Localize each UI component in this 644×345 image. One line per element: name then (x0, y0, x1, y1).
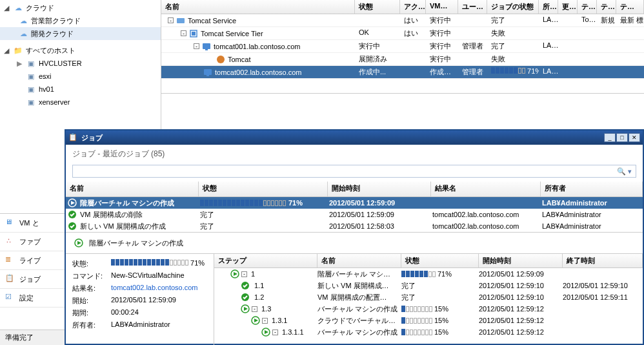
step-row[interactable]: 1.1新しい VM 展開構成…完了2012/05/01 12:59:102012… (214, 280, 643, 291)
step-col-header[interactable]: 状態 (401, 254, 479, 267)
col-header-state[interactable]: 状態 (199, 182, 328, 196)
nav-hosts-root[interactable]: ◢ 📁 すべてのホスト (0, 44, 161, 57)
grid-row[interactable]: -Tomcat Serviceはい実行中完了LA…To…新規最新 標 (161, 14, 644, 27)
row-user: 管理者 (458, 66, 487, 78)
step-col-header[interactable]: ステップ (214, 254, 317, 267)
cloud-icon: ☁ (13, 3, 23, 13)
maximize-button[interactable]: □ (616, 133, 628, 142)
nav-fabric[interactable]: ⛬ ファブ (0, 233, 65, 251)
close-button[interactable]: ✕ (629, 133, 640, 142)
nav-cloud-dev[interactable]: ☁ 開発クラウド (0, 27, 161, 40)
step-row[interactable]: -1.3.1クラウドでバーチャル… 15%2012/05/01 12:59:12 (214, 315, 643, 326)
col-header-job[interactable]: ジョブの状態 (487, 0, 539, 14)
step-row[interactable]: -1階層バーチャル マシ… 71%2012/05/01 12:59:09 (214, 268, 643, 280)
detail-result-label: 結果名: (72, 284, 111, 293)
vm-icon (202, 42, 211, 51)
col-header-vm[interactable]: VM… (426, 0, 458, 14)
job-row[interactable]: 階層バーチャル マシンの作成 71%2012/05/01 12:59:09LAB… (66, 197, 643, 209)
col-header[interactable]: テ… (578, 0, 597, 14)
col-header-name[interactable]: 名前 (66, 182, 199, 196)
detail-state-value: 71% (111, 259, 207, 269)
nav-host[interactable]: ▣ xenserver (0, 96, 161, 109)
job-state: 71% (200, 199, 329, 207)
minimize-button[interactable]: _ (604, 133, 616, 142)
step-row[interactable]: -1.3.1.1バーチャル マシンの作成 15%2012/05/01 12:59… (214, 326, 643, 338)
titlebar-buttons: _ □ ✕ (604, 133, 640, 142)
ok-icon (67, 221, 77, 231)
nav-label: HVCLUSTER (39, 59, 158, 67)
grid-row[interactable]: Tomcat展開済み実行中失敗 (161, 53, 644, 66)
col-header-result[interactable]: 結果名 (431, 182, 541, 196)
nav-library[interactable]: ≣ ライブ (0, 251, 65, 270)
tier-icon (189, 29, 198, 38)
tree-toggle-icon[interactable]: ◢ (3, 4, 10, 12)
step-state: 71% (401, 270, 479, 278)
row-state: 作成中... (355, 66, 400, 78)
tree-toggle-icon[interactable]: - (262, 318, 268, 324)
col-header[interactable]: 所… (539, 0, 558, 14)
step-row[interactable]: 1.2VM 展開構成の配置…完了2012/05/01 12:59:102012/… (214, 291, 643, 303)
grid-row[interactable]: -Tomcat Service TierOKはい実行中失敗 (161, 27, 644, 40)
titlebar[interactable]: 📋 ジョブ _ □ ✕ (66, 131, 643, 145)
step-col-header[interactable]: 名前 (317, 254, 401, 267)
col-header[interactable]: テ… (597, 0, 616, 14)
row-user (458, 53, 487, 65)
grid-row[interactable]: -tomcat001.lab.contoso.com実行中実行中管理者完了LA… (161, 40, 644, 53)
cloud-icon: ☁ (18, 28, 28, 39)
nav-vm[interactable]: 🖥 VM と (0, 214, 65, 233)
nav-label: 営業部クラウド (31, 16, 158, 26)
svg-rect-6 (204, 69, 212, 75)
col-header[interactable]: 更… (558, 0, 578, 14)
col-header-name[interactable]: 名前 (161, 0, 355, 14)
nav-jobs[interactable]: 📋 ジョブ (0, 270, 65, 289)
step-num: 1.2 (252, 293, 264, 301)
step-name: 階層バーチャル マシ… (317, 269, 401, 279)
row-name: Tomcat Service (188, 17, 236, 25)
step-state: 完了 (401, 281, 479, 291)
job-row[interactable]: VM 展開構成の削除完了2012/05/01 12:59:09tomcat002… (66, 209, 643, 220)
tree-toggle-icon[interactable]: ◢ (3, 47, 10, 55)
col-header-user[interactable]: ユー… (458, 0, 487, 14)
col-header-act[interactable]: アク… (400, 0, 426, 14)
step-row[interactable]: -1.3バーチャル マシンの作成 15%2012/05/01 12:59:12 (214, 303, 643, 315)
step-col-header[interactable]: 終了時刻 (563, 254, 643, 267)
tree-toggle-icon[interactable]: ▶ (15, 59, 23, 68)
nav-settings[interactable]: ☑ 設定 (0, 289, 65, 308)
nav-host[interactable]: ▣ hv01 (0, 83, 161, 96)
jobs-search-input[interactable]: 🔍 ▾ (72, 165, 636, 178)
tree-toggle-icon[interactable]: - (241, 271, 247, 277)
play-icon (230, 269, 240, 279)
nav-host[interactable]: ▶ ▣ HVCLUSTER (0, 57, 161, 70)
detail-result-link[interactable]: tomcat002.lab.contoso.com (111, 284, 207, 293)
tree-toggle-icon[interactable]: - (194, 43, 199, 49)
nav-host[interactable]: ▣ esxi (0, 70, 161, 83)
tomcat-icon (216, 55, 225, 64)
tree-toggle-icon[interactable]: - (181, 30, 186, 36)
job-owner: LAB¥Administrator (542, 199, 632, 207)
step-start: 2012/05/01 12:59:12 (479, 328, 563, 336)
col-header-start[interactable]: 開始時刻 (328, 182, 431, 196)
step-start: 2012/05/01 12:59:09 (479, 270, 563, 278)
row-job: 完了 (487, 40, 539, 52)
server-icon: ▣ (26, 97, 36, 107)
job-owner: LAB¥Administrator (542, 222, 632, 230)
fabric-icon: ⛬ (5, 236, 15, 247)
col-header[interactable]: テ… (616, 0, 644, 14)
tree-toggle-icon[interactable]: - (168, 17, 174, 23)
nav-cloud-sales[interactable]: ☁ 営業部クラウド (0, 14, 161, 27)
nav-cloud-root[interactable]: ◢ ☁ クラウド (0, 1, 161, 14)
step-start: 2012/05/01 12:59:10 (479, 293, 563, 301)
step-name: 新しい VM 展開構成… (317, 281, 401, 291)
jobs-window: 📋 ジョブ _ □ ✕ ジョブ - 最近のジョブ (85) 🔍 ▾ 名前 状態 … (65, 129, 644, 345)
tree-toggle-icon[interactable]: - (252, 306, 257, 312)
detail-owner-value: LAB¥Administrator (111, 320, 207, 330)
row-state: 展開済み (355, 53, 400, 65)
play-icon (240, 304, 250, 314)
row-job: 完了 (487, 14, 539, 26)
grid-row[interactable]: tomcat002.lab.contoso.com作成中...作成…管理者 71… (161, 66, 644, 79)
col-header-owner[interactable]: 所有者 (541, 182, 643, 196)
tree-toggle-icon[interactable]: - (272, 329, 278, 335)
col-header-state[interactable]: 状態 (355, 0, 400, 14)
step-col-header[interactable]: 開始時刻 (479, 254, 563, 267)
job-row[interactable]: 新しい VM 展開構成の作成完了2012/05/01 12:58:03tomca… (66, 220, 643, 232)
